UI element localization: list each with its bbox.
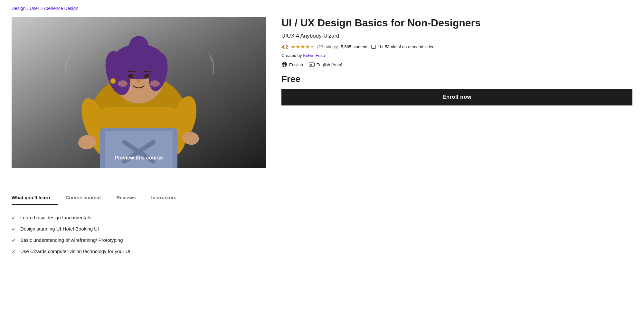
breadcrumb-separator: › [27,6,28,11]
price-label: Free [281,74,632,84]
breadcrumb: Design › User Experience Design [0,0,644,17]
instructor-link[interactable]: Kelvin Fosu [303,53,325,58]
learn-item-2: Design stunning UI-Hotel Booking UI [20,226,99,232]
svg-point-11 [128,74,133,78]
rating-score: 4.2 [281,44,288,50]
star-4: ★ [305,44,310,50]
check-icon-2: ✓ [12,226,16,232]
tabs-nav: What you'll learn Course content Reviews… [12,190,632,205]
tab-reviews[interactable]: Reviews [109,190,143,205]
learn-item-4: Use Uizards computer vision technology f… [20,249,130,254]
caption-item: CC English [Auto] [309,62,342,68]
caption-text: English [Auto] [317,62,342,67]
star-2: ★ [296,44,300,50]
svg-point-12 [144,74,149,78]
check-icon-4: ✓ [12,249,16,255]
rating-row: 4.2 ★ ★ ★ ★ ★ (23 ratings) 5,605 student… [281,44,632,50]
course-thumbnail-illustration [12,17,266,168]
tab-what-youll-learn[interactable]: What you'll learn [12,190,58,205]
enroll-button[interactable]: Enroll now [281,89,632,105]
video-duration-row: 1hr 58min of on-demand video [371,44,434,49]
main-content: Preview this course UI / UX Design Basic… [0,17,644,181]
star-5: ★ [310,44,315,50]
learn-item-1: Learn basic design fundamentals [20,215,91,220]
star-1: ★ [291,44,295,50]
monitor-icon [371,45,376,49]
language-item: English [281,62,303,68]
stars: ★ ★ ★ ★ ★ [291,44,315,50]
video-container[interactable]: Preview this course [12,17,266,168]
list-item: ✓ Use Uizards computer vision technology… [12,249,632,255]
language-row: English CC English [Auto] [281,62,632,68]
list-item: ✓ Design stunning UI-Hotel Booking UI [12,226,632,232]
breadcrumb-ux-link[interactable]: User Experience Design [30,6,78,11]
right-column: UI / UX Design Basics for Non-Designers … [266,17,632,105]
rating-count: (23 ratings) [317,44,338,49]
svg-point-7 [126,44,152,63]
svg-text:CC: CC [310,64,312,66]
left-column: Preview this course [12,17,266,168]
video-duration: 1hr 58min of on-demand video [378,44,434,49]
svg-rect-24 [371,45,376,48]
students-count: 5,605 students [341,44,368,49]
tab-instructors[interactable]: Instructors [143,190,184,205]
tabs-section: What you'll learn Course content Reviews… [0,190,644,261]
svg-point-10 [110,78,116,84]
course-subtitle: UIUX 4 Anybody-Uizard [281,33,632,39]
language-text: English [289,62,303,67]
preview-label: Preview this course [115,155,163,161]
created-by-label: Created by [281,53,302,58]
check-icon-3: ✓ [12,238,16,243]
tab-course-content[interactable]: Course content [58,190,109,205]
globe-icon [281,62,287,68]
svg-point-13 [137,80,140,82]
svg-point-14 [118,80,128,87]
learn-list: ✓ Learn basic design fundamentals ✓ Desi… [12,215,632,261]
list-item: ✓ Basic understanding of wireframing/ Pr… [12,237,632,243]
course-title: UI / UX Design Basics for Non-Designers [281,17,632,29]
created-by: Created by Kelvin Fosu [281,53,632,58]
svg-point-15 [150,80,160,87]
check-icon-1: ✓ [12,215,16,221]
learn-item-3: Basic understanding of wireframing/ Prot… [20,237,123,243]
cc-icon: CC [309,62,315,68]
star-3: ★ [300,44,305,50]
list-item: ✓ Learn basic design fundamentals [12,215,632,221]
breadcrumb-design-link[interactable]: Design [12,6,26,11]
